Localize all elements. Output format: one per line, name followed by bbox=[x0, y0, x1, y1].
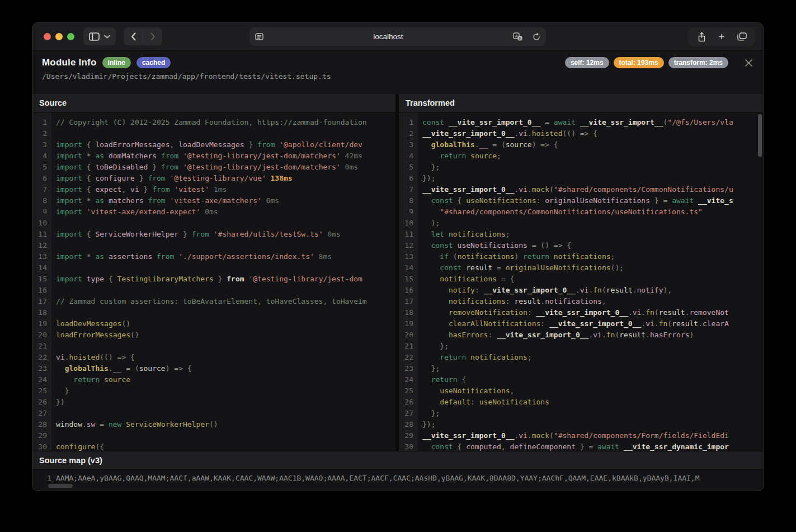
line-number: 9 bbox=[399, 206, 413, 218]
code-line: loadDevMessages() bbox=[56, 318, 395, 329]
line-number: 2 bbox=[399, 128, 413, 139]
line-number: 8 bbox=[32, 195, 47, 206]
close-window-button[interactable] bbox=[44, 33, 51, 40]
module-info-header: Module Info inline cached self: 12ms tot… bbox=[32, 50, 763, 94]
line-number: 8 bbox=[399, 195, 413, 206]
line-number: 27 bbox=[32, 408, 47, 419]
minimize-window-button[interactable] bbox=[55, 33, 63, 40]
source-code-area[interactable]: 1234567891011121314151617181920212223242… bbox=[32, 112, 395, 451]
line-number: 24 bbox=[399, 374, 413, 385]
code-line: __vite_ssr_import_0__.vi.mock("#shared/c… bbox=[422, 184, 763, 195]
line-number: 6 bbox=[32, 173, 47, 184]
code-line: vi.hoisted(() => { bbox=[56, 352, 395, 363]
code-line bbox=[56, 128, 395, 139]
horizontal-scrollbar-thumb[interactable] bbox=[48, 484, 73, 488]
reload-icon[interactable] bbox=[527, 33, 546, 41]
code-line bbox=[56, 408, 395, 419]
line-number: 30 bbox=[399, 441, 413, 451]
line-number: 29 bbox=[399, 430, 413, 441]
line-number: 18 bbox=[399, 307, 413, 318]
code-line bbox=[56, 218, 395, 229]
code-line: ); bbox=[422, 218, 763, 229]
line-number: 9 bbox=[32, 206, 47, 218]
code-line: globalThis.__ = (source) => { bbox=[422, 139, 763, 150]
new-tab-button[interactable]: + bbox=[712, 27, 732, 46]
url-text[interactable]: localhost bbox=[269, 32, 508, 41]
code-line: notify: __vite_ssr_import_0__.vi.fn(resu… bbox=[422, 285, 763, 296]
back-button[interactable] bbox=[124, 27, 143, 45]
code-line: import * as domMatchers from '@testing-l… bbox=[56, 150, 395, 162]
line-number: 1 bbox=[32, 473, 56, 484]
line-number: 19 bbox=[32, 318, 47, 329]
line-number: 24 bbox=[32, 374, 47, 385]
code-line: __vite_ssr_import_0__.vi.mock("#shared/c… bbox=[422, 430, 763, 441]
code-line bbox=[56, 430, 395, 441]
line-number: 10 bbox=[399, 218, 413, 229]
close-button[interactable] bbox=[743, 57, 754, 68]
vertical-scrollbar-thumb[interactable] bbox=[758, 114, 762, 157]
line-number: 7 bbox=[32, 184, 47, 195]
self-time-badge: self: 12ms bbox=[565, 57, 609, 68]
address-bar[interactable]: localhost Aあ bbox=[249, 27, 546, 46]
chevron-down-icon bbox=[104, 35, 110, 39]
line-number: 21 bbox=[32, 341, 47, 352]
line-number: 29 bbox=[32, 430, 47, 441]
tab-overview-button[interactable] bbox=[732, 27, 752, 46]
source-panel-title: Source bbox=[32, 94, 395, 112]
reader-icon[interactable] bbox=[249, 33, 269, 40]
cached-badge: cached bbox=[136, 57, 171, 68]
source-panel: Source 123456789101112131415161718192021… bbox=[32, 94, 395, 451]
line-number: 26 bbox=[32, 397, 47, 408]
code-line: import { loadErrorMessages, loadDevMessa… bbox=[56, 139, 395, 150]
code-lines: const __vite_ssr_import_0__ = await __vi… bbox=[418, 112, 763, 451]
code-line bbox=[56, 341, 395, 352]
code-line: configure({ bbox=[56, 441, 395, 451]
browser-toolbar: localhost Aあ + bbox=[32, 23, 763, 50]
line-number: 20 bbox=[399, 329, 413, 341]
code-line: import * as assertions from './support/a… bbox=[56, 251, 395, 262]
share-button[interactable] bbox=[691, 27, 712, 46]
sidebar-toggle-button[interactable] bbox=[83, 27, 116, 45]
forward-button[interactable] bbox=[143, 27, 162, 45]
zoom-window-button[interactable] bbox=[67, 33, 74, 40]
inline-badge: inline bbox=[102, 57, 131, 68]
line-number: 15 bbox=[399, 274, 413, 285]
browser-window: localhost Aあ + Module In bbox=[32, 22, 764, 491]
translate-icon[interactable]: Aあ bbox=[508, 32, 527, 41]
code-line: const { useNotifications: originalUseNot… bbox=[422, 195, 763, 206]
source-map-title: Source map (v3) bbox=[32, 451, 763, 470]
code-line: }; bbox=[422, 363, 763, 374]
transformed-panel-title: Transformed bbox=[399, 94, 763, 112]
code-line bbox=[56, 307, 395, 318]
code-line: hasErrors: __vite_ssr_import_0__.vi.fn(r… bbox=[422, 329, 763, 341]
code-line: clearAllNotifications: __vite_ssr_import… bbox=[422, 318, 763, 329]
total-time-badge: total: 193ms bbox=[614, 57, 664, 68]
history-nav bbox=[124, 27, 162, 45]
code-line: return source bbox=[56, 374, 395, 385]
timing-badges: self: 12ms total: 193ms transform: 2ms bbox=[565, 57, 754, 68]
line-number: 16 bbox=[399, 285, 413, 296]
sidebar-icon bbox=[89, 32, 100, 41]
code-line: return source; bbox=[422, 150, 763, 162]
line-number: 25 bbox=[399, 385, 413, 397]
line-number: 12 bbox=[32, 240, 47, 251]
code-line: const useNotifications = () => { bbox=[422, 240, 763, 251]
code-line: import 'vitest-axe/extend-expect' 0ms bbox=[56, 206, 395, 218]
line-number: 30 bbox=[32, 441, 47, 451]
svg-text:あ: あ bbox=[518, 36, 522, 41]
line-number: 18 bbox=[32, 307, 47, 318]
code-line: import { expect, vi } from 'vitest' 1ms bbox=[56, 184, 395, 195]
desktop-background: localhost Aあ + Module In bbox=[0, 0, 796, 532]
line-number: 14 bbox=[32, 262, 47, 274]
code-line: import { toBeDisabled } from '@testing-l… bbox=[56, 162, 395, 173]
page-title: Module Info bbox=[42, 57, 97, 68]
line-number: 23 bbox=[32, 363, 47, 374]
line-number: 1 bbox=[32, 117, 47, 128]
code-line: import { ServiceWorkerHelper } from '#sh… bbox=[56, 229, 395, 240]
line-number: 5 bbox=[399, 162, 413, 173]
transformed-code-area[interactable]: 1234567891011121314151617181920212223242… bbox=[399, 112, 763, 451]
code-line: }; bbox=[422, 341, 763, 352]
code-line bbox=[56, 262, 395, 274]
line-number: 22 bbox=[32, 352, 47, 363]
code-line: }); bbox=[422, 173, 763, 184]
